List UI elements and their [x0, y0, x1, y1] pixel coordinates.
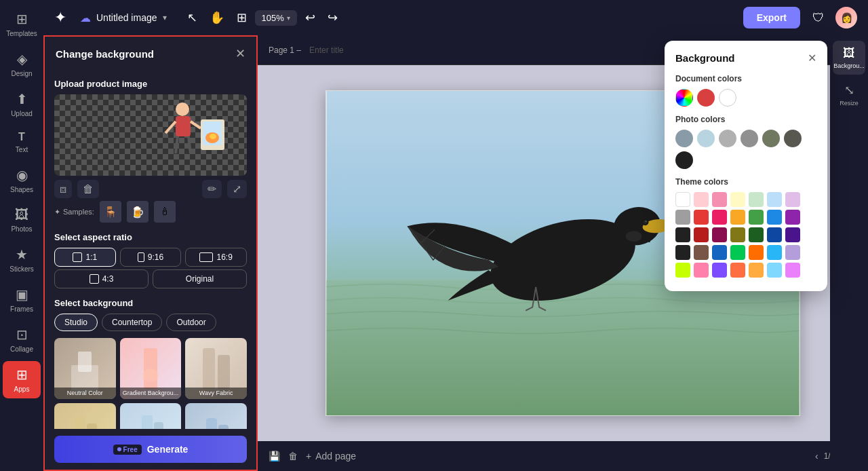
tc-4-0[interactable] [675, 263, 690, 278]
photo-color-2[interactable] [719, 130, 736, 147]
tc-1-2[interactable] [712, 210, 727, 225]
tc-2-0[interactable] [675, 227, 690, 242]
tc-0-3[interactable] [730, 192, 745, 207]
photo-color-3[interactable] [741, 130, 758, 147]
crop-button[interactable]: ⧈ [54, 180, 72, 198]
photo-color-1[interactable] [697, 130, 715, 147]
tc-3-6[interactable] [785, 245, 800, 260]
sample-thumb-2[interactable]: 🕯 [154, 201, 176, 223]
bg-panel-close-button[interactable]: ✕ [808, 52, 816, 64]
export-button[interactable]: Export [743, 7, 800, 29]
tc-3-2[interactable] [712, 245, 727, 260]
tc-0-4[interactable] [749, 192, 764, 207]
generate-button[interactable]: Free Generate [54, 436, 247, 463]
tc-2-3[interactable] [730, 227, 745, 242]
bg-card-1[interactable]: Gradient Backgrou... [120, 338, 182, 399]
tc-3-1[interactable] [694, 245, 709, 260]
right-tool-background[interactable]: 🖼 Backgrou... [833, 41, 865, 75]
tc-0-1[interactable] [694, 192, 709, 207]
tc-3-0[interactable] [675, 245, 690, 260]
tc-1-1[interactable] [694, 210, 709, 225]
tc-4-4[interactable] [749, 263, 764, 278]
ratio-4-3-button[interactable]: 4:3 [54, 269, 149, 288]
tc-3-5[interactable] [767, 245, 782, 260]
tc-4-2[interactable] [712, 263, 727, 278]
sidebar-item-design[interactable]: ◈ Design [3, 45, 41, 83]
right-tool-resize[interactable]: ⤡ Resize [833, 77, 865, 112]
expand-button[interactable]: ⤢ [227, 180, 247, 198]
sidebar-item-collage[interactable]: ⊡ Collage [3, 321, 41, 358]
sidebar-item-apps[interactable]: ⊞ Apps [3, 361, 41, 398]
document-color-0[interactable] [697, 89, 715, 107]
edit-button[interactable]: ✏ [202, 180, 222, 198]
upload-area[interactable] [54, 94, 247, 176]
bg-card-5[interactable] [185, 403, 247, 429]
tc-2-4[interactable] [749, 227, 764, 242]
photo-color-6[interactable] [675, 151, 693, 169]
bg-tab-outdoor[interactable]: Outdoor [166, 314, 216, 331]
photo-color-5[interactable] [784, 130, 802, 147]
photo-color-4[interactable] [762, 130, 780, 147]
background-grid: Neutral Color Gradient Backgrou... Wavy … [54, 338, 247, 429]
sample-thumb-1[interactable]: 🍺 [127, 201, 149, 223]
tc-4-3[interactable] [730, 263, 745, 278]
tc-2-2[interactable] [712, 227, 727, 242]
ratio-1-1-button[interactable]: 1:1 [54, 248, 116, 267]
avatar[interactable]: 👩 [835, 7, 857, 29]
tc-1-0[interactable] [675, 210, 690, 225]
shield-icon[interactable]: 🛡 [808, 7, 829, 29]
tc-3-3[interactable] [730, 245, 745, 260]
ratio-9-16-button[interactable]: 9:16 [120, 248, 182, 267]
tc-1-6[interactable] [785, 210, 800, 225]
color-picker-swatch[interactable] [675, 89, 693, 107]
hand-tool-button[interactable]: ✋ [205, 6, 229, 29]
tc-0-2[interactable] [712, 192, 727, 207]
ratio-original-button[interactable]: Original [153, 269, 247, 288]
sidebar-item-photos[interactable]: 🖼 Photos [3, 202, 41, 238]
tc-1-4[interactable] [749, 210, 764, 225]
sample-thumb-0[interactable]: 🪑 [100, 201, 121, 223]
tc-4-6[interactable] [785, 263, 800, 278]
title-chevron-icon[interactable]: ▾ [163, 13, 167, 22]
tc-2-5[interactable] [767, 227, 782, 242]
delete-button[interactable]: 🗑 [77, 180, 99, 198]
tc-1-3[interactable] [730, 210, 745, 225]
bg-card-4[interactable] [120, 403, 182, 429]
sidebar-item-frames[interactable]: ▣ Frames [3, 281, 41, 318]
save-page-button[interactable]: 💾 [269, 451, 280, 461]
photo-color-0[interactable] [675, 130, 693, 147]
bg-tab-countertop[interactable]: Countertop [102, 314, 162, 331]
tc-0-0[interactable] [675, 192, 690, 207]
enter-title-placeholder[interactable]: Enter title [309, 45, 344, 55]
tc-2-1[interactable] [694, 227, 709, 242]
cursor-tool-button[interactable]: ↖ [183, 6, 201, 29]
undo-button[interactable]: ↩ [301, 6, 319, 29]
add-page-button[interactable]: + Add page [306, 451, 356, 461]
tc-4-5[interactable] [767, 263, 782, 278]
sidebar-item-stickers[interactable]: ★ Stickers [3, 241, 41, 278]
document-title[interactable]: Untitled image [96, 12, 157, 23]
document-color-1[interactable] [719, 89, 736, 107]
bg-card-0[interactable]: Neutral Color [54, 338, 116, 399]
tc-0-6[interactable] [785, 192, 800, 207]
zoom-control[interactable]: 105% ▾ [255, 10, 297, 26]
bg-tab-studio[interactable]: Studio [54, 314, 98, 331]
generate-bar: Free Generate [45, 429, 256, 470]
sidebar-item-shapes[interactable]: ◉ Shapes [3, 162, 41, 199]
tc-2-6[interactable] [785, 227, 800, 242]
ratio-16-9-button[interactable]: 16:9 [185, 248, 247, 267]
sidebar-item-text[interactable]: T Text [3, 126, 41, 159]
redo-button[interactable]: ↪ [323, 6, 342, 29]
delete-page-button[interactable]: 🗑 [288, 451, 298, 461]
prev-page-button[interactable]: ‹ [815, 451, 818, 461]
bg-card-3[interactable] [54, 403, 116, 429]
tc-0-5[interactable] [767, 192, 782, 207]
sidebar-item-upload[interactable]: ⬆ Upload [3, 86, 41, 123]
tc-4-1[interactable] [694, 263, 709, 278]
panel-close-button[interactable]: ✕ [235, 46, 245, 61]
bg-card-2[interactable]: Wavy Fabric [185, 338, 247, 399]
tc-3-4[interactable] [749, 245, 764, 260]
sidebar-item-templates[interactable]: ⊞ Templates [3, 5, 41, 43]
tc-1-5[interactable] [767, 210, 782, 225]
layout-tool-button[interactable]: ⊞ [233, 6, 251, 29]
